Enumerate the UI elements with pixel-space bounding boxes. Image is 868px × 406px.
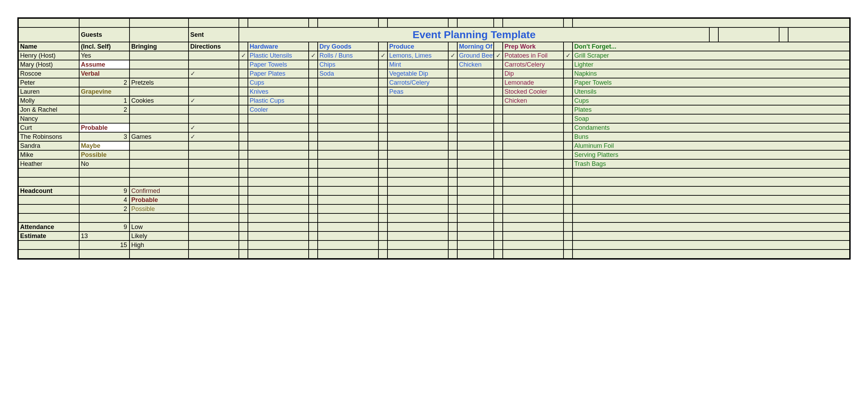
guest-directions[interactable] — [189, 105, 239, 114]
check-cell[interactable] — [239, 78, 248, 87]
list-item[interactable]: Napkins — [573, 69, 634, 78]
check-cell[interactable] — [494, 142, 503, 150]
list-item[interactable] — [458, 133, 494, 141]
check-cell[interactable] — [564, 105, 573, 114]
check-cell[interactable] — [239, 96, 248, 105]
list-item[interactable]: Chicken — [503, 96, 564, 105]
list-item[interactable]: Lighter — [573, 60, 634, 69]
col-forget[interactable]: Don't Forget... — [573, 42, 634, 51]
check-cell[interactable] — [379, 142, 388, 150]
guest-bringing[interactable] — [130, 69, 189, 78]
list-item[interactable] — [318, 160, 379, 168]
col-morning[interactable]: Morning Of — [458, 42, 494, 51]
guest-name[interactable]: Jon & Rachel — [19, 105, 80, 114]
list-item[interactable] — [248, 151, 309, 159]
list-item[interactable] — [248, 115, 309, 123]
guest-directions[interactable]: ✓ — [189, 96, 239, 105]
check-cell[interactable] — [564, 133, 573, 141]
guest-incl[interactable]: Maybe — [80, 142, 130, 150]
check-cell[interactable] — [564, 96, 573, 105]
list-item[interactable] — [458, 115, 494, 123]
guest-name[interactable]: Heather — [19, 160, 80, 168]
check-cell[interactable] — [494, 87, 503, 96]
list-item[interactable] — [503, 133, 564, 141]
check-cell[interactable] — [309, 60, 318, 69]
guest-incl[interactable]: Grapevine — [80, 87, 130, 96]
guest-name[interactable]: Peter — [19, 78, 80, 87]
list-item[interactable] — [458, 78, 494, 87]
check-cell[interactable]: ✓ — [564, 51, 573, 60]
check-cell[interactable] — [379, 160, 388, 168]
check-cell[interactable] — [449, 142, 458, 150]
check-cell[interactable] — [494, 78, 503, 87]
check-cell[interactable] — [309, 115, 318, 123]
guest-directions[interactable] — [189, 160, 239, 168]
list-item[interactable] — [248, 124, 309, 132]
list-item[interactable] — [318, 87, 379, 96]
guest-bringing[interactable] — [130, 51, 189, 60]
guest-incl[interactable]: No — [80, 160, 130, 168]
check-cell[interactable]: ✓ — [449, 51, 458, 60]
list-item[interactable] — [458, 124, 494, 132]
list-item[interactable] — [388, 96, 449, 105]
guest-directions[interactable]: ✓ — [189, 133, 239, 141]
list-item[interactable]: Knives — [248, 87, 309, 96]
list-item[interactable]: Aluminum Foil — [573, 142, 634, 150]
check-cell[interactable] — [449, 60, 458, 69]
list-item[interactable]: Paper Towels — [573, 78, 634, 87]
check-cell[interactable] — [309, 133, 318, 141]
list-item[interactable] — [458, 105, 494, 114]
headcount-label[interactable]: Headcount — [19, 187, 80, 195]
check-cell[interactable] — [379, 151, 388, 159]
guest-name[interactable]: Nancy — [19, 115, 80, 123]
guest-incl[interactable]: 3 — [80, 133, 130, 141]
list-item[interactable]: Plastic Cups — [248, 96, 309, 105]
list-item[interactable]: Stocked Cooler — [503, 87, 564, 96]
list-item[interactable]: Chicken — [458, 60, 494, 69]
check-cell[interactable] — [309, 142, 318, 150]
list-item[interactable]: Plastic Utensils — [248, 51, 309, 60]
list-item[interactable] — [503, 115, 564, 123]
col-prep[interactable]: Prep Work — [503, 42, 564, 51]
check-cell[interactable] — [449, 151, 458, 159]
guest-directions[interactable] — [189, 142, 239, 150]
blank-cell[interactable] — [19, 19, 80, 27]
guest-bringing[interactable] — [130, 105, 189, 114]
list-item[interactable]: Lemons, Limes — [388, 51, 449, 60]
check-cell[interactable] — [309, 96, 318, 105]
list-item[interactable] — [318, 133, 379, 141]
guest-directions[interactable] — [189, 51, 239, 60]
list-item[interactable]: Mint — [388, 60, 449, 69]
list-item[interactable]: Paper Plates — [248, 69, 309, 78]
guest-directions[interactable]: ✓ — [189, 69, 239, 78]
guest-bringing[interactable] — [130, 124, 189, 132]
list-item[interactable]: Soap — [573, 115, 634, 123]
list-item[interactable]: Utensils — [573, 87, 634, 96]
list-item[interactable] — [318, 115, 379, 123]
list-item[interactable] — [458, 142, 494, 150]
guest-bringing[interactable]: Games — [130, 133, 189, 141]
list-item[interactable]: Carrots/Celery — [503, 60, 564, 69]
guest-directions[interactable] — [189, 78, 239, 87]
check-cell[interactable]: ✓ — [239, 51, 248, 60]
check-cell[interactable]: ✓ — [309, 51, 318, 60]
list-item[interactable] — [318, 105, 379, 114]
list-item[interactable]: Potatoes in Foil — [503, 51, 564, 60]
check-cell[interactable] — [494, 69, 503, 78]
list-item[interactable] — [318, 78, 379, 87]
list-item[interactable] — [388, 151, 449, 159]
list-item[interactable] — [503, 142, 564, 150]
guest-incl[interactable]: Probable — [80, 124, 130, 132]
check-cell[interactable] — [379, 78, 388, 87]
check-cell[interactable] — [449, 133, 458, 141]
check-cell[interactable] — [239, 60, 248, 69]
col-directions[interactable]: Directions — [189, 42, 239, 51]
list-item[interactable]: Cups — [248, 78, 309, 87]
list-item[interactable]: Lemonade — [503, 78, 564, 87]
list-item[interactable] — [318, 96, 379, 105]
list-item[interactable] — [503, 105, 564, 114]
check-cell[interactable] — [564, 115, 573, 123]
check-cell[interactable] — [449, 78, 458, 87]
check-cell[interactable] — [379, 133, 388, 141]
list-item[interactable] — [503, 151, 564, 159]
